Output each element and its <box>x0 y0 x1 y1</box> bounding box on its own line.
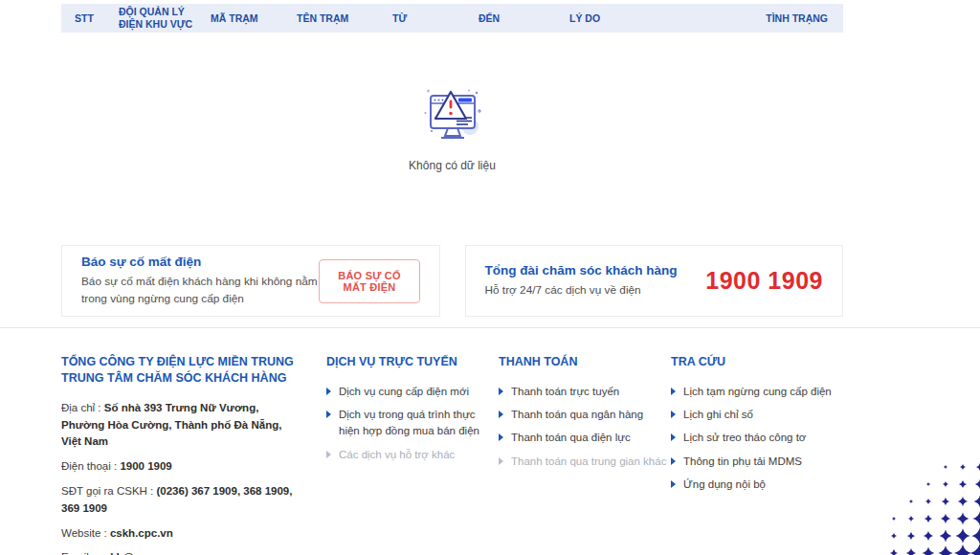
footer-link-label: Thanh toán qua điện lực <box>511 430 631 446</box>
footer-link-label: Dịch vụ trong quá trình thực hiện hợp đồ… <box>339 407 499 440</box>
footer-link-label: Thanh toán qua ngân hàng <box>511 407 643 423</box>
footer-link-label: Ứng dụng nội bộ <box>683 477 766 493</box>
triangle-bullet-icon <box>326 388 331 395</box>
footer-link-meter-reading[interactable]: Lịch ghi chỉ số <box>671 407 843 423</box>
phone-value: 1900 1909 <box>120 460 171 472</box>
footer-link-label: Dịch vụ cung cấp điện mới <box>339 384 469 400</box>
column-header-ly-do: LÝ DO <box>556 12 661 25</box>
hotline-card-text: Tổng đài chăm sóc khách hàng Hỗ trợ 24/7… <box>485 263 678 299</box>
hotline-number: 1900 1909 <box>705 267 823 295</box>
footer-link-pay-power-office[interactable]: Thanh toán qua điện lực <box>499 430 671 446</box>
report-outage-card: Báo sự cố mất điện Báo sự cố mất điện kh… <box>61 245 440 317</box>
phone-label: Điện thoại : <box>61 460 117 472</box>
footer-link-label: Thông tin phụ tải MDMS <box>683 454 802 470</box>
footer-link-label: Lịch tạm ngừng cung cấp điện <box>683 384 832 400</box>
info-cards-row: Báo sự cố mất điện Báo sự cố mất điện kh… <box>61 245 843 317</box>
column-header-den: ĐẾN <box>465 12 556 25</box>
address-label: Địa chỉ : <box>61 402 101 413</box>
company-name-line2: TRUNG TÂM CHĂM SÓC KHÁCH HÀNG <box>61 370 326 387</box>
triangle-bullet-icon <box>326 451 331 458</box>
footer-link-label: Các dịch vụ hỗ trợ khác <box>339 447 455 463</box>
footer-link-label: Lịch ghi chỉ số <box>683 407 753 423</box>
website-label: Website : <box>61 527 107 539</box>
triangle-bullet-icon <box>499 457 503 465</box>
footer-link-contract-services[interactable]: Dịch vụ trong quá trình thực hiện hợp đồ… <box>326 407 499 440</box>
footer-link-pay-online[interactable]: Thanh toán trực tuyến <box>499 384 671 400</box>
hotline-card: Tổng đài chăm sóc khách hàng Hỗ trợ 24/7… <box>465 245 844 317</box>
footer-link-label: Thanh toán trực tuyến <box>511 384 619 400</box>
triangle-bullet-icon <box>671 480 676 488</box>
footer-link-internal-apps[interactable]: Ứng dụng nội bộ <box>671 477 843 493</box>
hotline-description: Hỗ trợ 24/7 các dịch vụ về điện <box>485 282 678 299</box>
hotline-title: Tổng đài chăm sóc khách hàng <box>485 263 678 278</box>
footer-link-pay-intermediary[interactable]: Thanh toán qua trung gian khác <box>499 454 671 470</box>
no-data-icon <box>422 88 483 145</box>
column-header-ten-tram: TÊN TRẠM <box>283 12 379 25</box>
footer-link-label: Lịch sử treo tháo công tơ <box>683 430 806 446</box>
triangle-bullet-icon <box>671 433 676 441</box>
email-label: Email : <box>61 551 95 555</box>
footer-company-column: TỔNG CÔNG TY ĐIỆN LỰC MIỀN TRUNG TRUNG T… <box>61 354 326 555</box>
triangle-bullet-icon <box>671 388 676 395</box>
company-callout-numbers: SĐT gọi ra CSKH : (0236) 367 1909, 368 1… <box>61 483 302 518</box>
report-outage-button[interactable]: BÁO SỰ CỐ MẤT ĐIỆN <box>319 259 419 303</box>
company-address: Địa chỉ : Số nhà 393 Trưng Nữ Vương, Phư… <box>61 400 302 451</box>
triangle-bullet-icon <box>671 457 676 465</box>
column-header-stt: STT <box>61 12 105 25</box>
empty-state-text: Không có dữ liệu <box>61 159 843 172</box>
triangle-bullet-icon <box>499 433 503 441</box>
stars-decoration <box>882 455 980 555</box>
empty-state: Không có dữ liệu <box>61 33 843 172</box>
company-name: TỔNG CÔNG TY ĐIỆN LỰC MIỀN TRUNG TRUNG T… <box>61 354 326 387</box>
column-header-doi-quan-ly: ĐỘI QUẢN LÝ ĐIỆN KHU VỰC <box>105 6 197 30</box>
email-value: cskh@cpc.vn <box>98 551 168 555</box>
company-name-line1: TỔNG CÔNG TY ĐIỆN LỰC MIỀN TRUNG <box>61 354 326 370</box>
column-header-ma-tram: MÃ TRẠM <box>197 12 283 25</box>
footer: TỔNG CÔNG TY ĐIỆN LỰC MIỀN TRUNG TRUNG T… <box>61 328 843 555</box>
lookup-heading: TRA CỨU <box>671 354 843 370</box>
triangle-bullet-icon <box>671 411 676 418</box>
report-outage-description: Báo sự cố mất điện khách hàng khi không … <box>81 274 319 306</box>
company-phone: Điện thoại : 1900 1909 <box>61 458 302 476</box>
footer-lookup-column: TRA CỨU Lịch tạm ngừng cung cấp điện Lịc… <box>671 354 843 555</box>
triangle-bullet-icon <box>499 388 503 395</box>
footer-link-outage-schedule[interactable]: Lịch tạm ngừng cung cấp điện <box>671 384 843 400</box>
company-website: Website : cskh.cpc.vn <box>61 525 302 543</box>
footer-link-label: Thanh toán qua trung gian khác <box>511 454 666 470</box>
column-header-tinh-trang: TÌNH TRẠNG <box>661 12 843 25</box>
payment-heading: THANH TOÁN <box>499 354 671 370</box>
column-header-tu: TỪ <box>379 12 465 25</box>
footer-payment-column: THANH TOÁN Thanh toán trực tuyến Thanh t… <box>499 354 671 555</box>
footer-link-other-services[interactable]: Các dịch vụ hỗ trợ khác <box>326 447 499 463</box>
footer-link-meter-history[interactable]: Lịch sử treo tháo công tơ <box>671 430 843 446</box>
outage-table-header: STT ĐỘI QUẢN LÝ ĐIỆN KHU VỰC MÃ TRẠM TÊN… <box>61 4 843 33</box>
website-value: cskh.cpc.vn <box>110 527 173 539</box>
footer-link-pay-bank[interactable]: Thanh toán qua ngân hàng <box>499 407 671 423</box>
triangle-bullet-icon <box>326 411 331 418</box>
footer-link-mdms-info[interactable]: Thông tin phụ tải MDMS <box>671 454 843 470</box>
footer-link-new-supply[interactable]: Dịch vụ cung cấp điện mới <box>326 384 499 400</box>
footer-services-column: DỊCH VỤ TRỰC TUYẾN Dịch vụ cung cấp điện… <box>326 354 499 555</box>
triangle-bullet-icon <box>499 411 503 418</box>
services-heading: DỊCH VỤ TRỰC TUYẾN <box>326 354 499 370</box>
company-email: Email : cskh@cpc.vn <box>61 549 302 555</box>
report-outage-title: Báo sự cố mất điện <box>81 255 319 269</box>
callout-label: SĐT gọi ra CSKH : <box>61 485 153 497</box>
report-outage-card-text: Báo sự cố mất điện Báo sự cố mất điện kh… <box>81 255 319 306</box>
